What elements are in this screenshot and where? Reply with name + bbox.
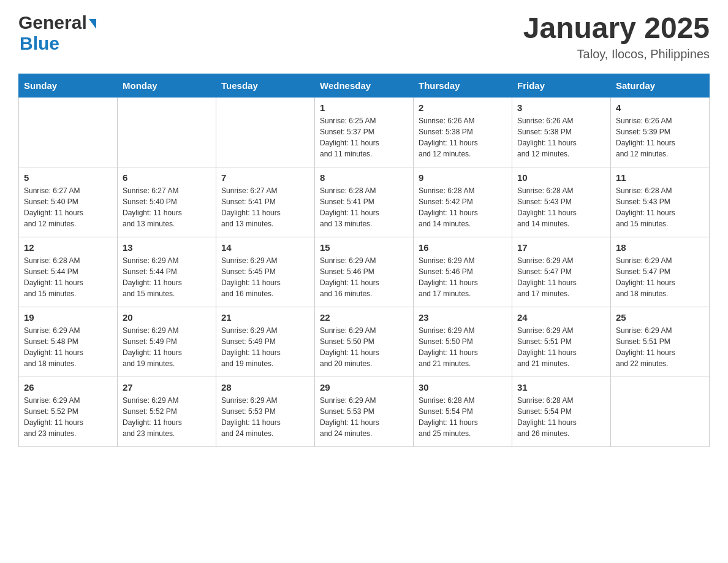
table-row (118, 97, 216, 167)
table-row: 12Sunrise: 6:28 AM Sunset: 5:44 PM Dayli… (19, 237, 118, 307)
table-row: 25Sunrise: 6:29 AM Sunset: 5:51 PM Dayli… (611, 307, 710, 377)
location-text: Taloy, Ilocos, Philippines (523, 47, 710, 61)
table-row: 21Sunrise: 6:29 AM Sunset: 5:49 PM Dayli… (216, 307, 315, 377)
table-row: 19Sunrise: 6:29 AM Sunset: 5:48 PM Dayli… (19, 307, 118, 377)
calendar-week-row: 26Sunrise: 6:29 AM Sunset: 5:52 PM Dayli… (19, 377, 710, 446)
calendar-week-row: 5Sunrise: 6:27 AM Sunset: 5:40 PM Daylig… (19, 167, 710, 237)
day-info: Sunrise: 6:29 AM Sunset: 5:46 PM Dayligh… (320, 255, 408, 299)
calendar-week-row: 1Sunrise: 6:25 AM Sunset: 5:37 PM Daylig… (19, 97, 710, 167)
table-row: 23Sunrise: 6:29 AM Sunset: 5:50 PM Dayli… (414, 307, 512, 377)
table-row: 7Sunrise: 6:27 AM Sunset: 5:41 PM Daylig… (216, 167, 315, 237)
day-info: Sunrise: 6:29 AM Sunset: 5:45 PM Dayligh… (221, 255, 309, 299)
day-info: Sunrise: 6:29 AM Sunset: 5:49 PM Dayligh… (123, 325, 211, 369)
day-number: 6 (123, 172, 211, 183)
table-row: 4Sunrise: 6:26 AM Sunset: 5:39 PM Daylig… (611, 97, 710, 167)
day-number: 27 (123, 382, 211, 393)
col-saturday: Saturday (611, 74, 710, 97)
day-info: Sunrise: 6:27 AM Sunset: 5:40 PM Dayligh… (123, 185, 211, 229)
col-wednesday: Wednesday (315, 74, 414, 97)
day-number: 22 (320, 312, 408, 323)
table-row: 26Sunrise: 6:29 AM Sunset: 5:52 PM Dayli… (19, 377, 118, 446)
day-info: Sunrise: 6:29 AM Sunset: 5:51 PM Dayligh… (616, 325, 704, 369)
day-number: 17 (517, 242, 605, 253)
day-info: Sunrise: 6:29 AM Sunset: 5:44 PM Dayligh… (123, 255, 211, 299)
calendar-header-row: Sunday Monday Tuesday Wednesday Thursday… (19, 74, 710, 97)
day-number: 19 (24, 312, 112, 323)
calendar-week-row: 12Sunrise: 6:28 AM Sunset: 5:44 PM Dayli… (19, 237, 710, 307)
day-number: 3 (517, 102, 605, 113)
day-number: 29 (320, 382, 408, 393)
table-row: 22Sunrise: 6:29 AM Sunset: 5:50 PM Dayli… (315, 307, 414, 377)
calendar-table: Sunday Monday Tuesday Wednesday Thursday… (18, 74, 710, 447)
table-row: 13Sunrise: 6:29 AM Sunset: 5:44 PM Dayli… (118, 237, 216, 307)
day-info: Sunrise: 6:29 AM Sunset: 5:50 PM Dayligh… (419, 325, 507, 369)
day-info: Sunrise: 6:28 AM Sunset: 5:44 PM Dayligh… (24, 255, 112, 299)
table-row: 17Sunrise: 6:29 AM Sunset: 5:47 PM Dayli… (512, 237, 611, 307)
table-row: 24Sunrise: 6:29 AM Sunset: 5:51 PM Dayli… (512, 307, 611, 377)
day-number: 2 (419, 102, 507, 113)
day-number: 14 (221, 242, 309, 253)
day-info: Sunrise: 6:29 AM Sunset: 5:49 PM Dayligh… (221, 325, 309, 369)
table-row: 10Sunrise: 6:28 AM Sunset: 5:43 PM Dayli… (512, 167, 611, 237)
day-number: 1 (320, 102, 408, 113)
day-info: Sunrise: 6:29 AM Sunset: 5:51 PM Dayligh… (517, 325, 605, 369)
day-info: Sunrise: 6:28 AM Sunset: 5:54 PM Dayligh… (419, 395, 507, 439)
day-info: Sunrise: 6:29 AM Sunset: 5:53 PM Dayligh… (320, 395, 408, 439)
table-row: 30Sunrise: 6:28 AM Sunset: 5:54 PM Dayli… (414, 377, 512, 446)
month-title: January 2025 (523, 12, 710, 45)
day-number: 13 (123, 242, 211, 253)
day-info: Sunrise: 6:28 AM Sunset: 5:43 PM Dayligh… (616, 185, 704, 229)
day-info: Sunrise: 6:29 AM Sunset: 5:47 PM Dayligh… (517, 255, 605, 299)
day-info: Sunrise: 6:29 AM Sunset: 5:53 PM Dayligh… (221, 395, 309, 439)
calendar-week-row: 19Sunrise: 6:29 AM Sunset: 5:48 PM Dayli… (19, 307, 710, 377)
col-tuesday: Tuesday (216, 74, 315, 97)
day-info: Sunrise: 6:29 AM Sunset: 5:50 PM Dayligh… (320, 325, 408, 369)
table-row: 2Sunrise: 6:26 AM Sunset: 5:38 PM Daylig… (414, 97, 512, 167)
table-row: 14Sunrise: 6:29 AM Sunset: 5:45 PM Dayli… (216, 237, 315, 307)
table-row: 18Sunrise: 6:29 AM Sunset: 5:47 PM Dayli… (611, 237, 710, 307)
day-number: 28 (221, 382, 309, 393)
day-number: 16 (419, 242, 507, 253)
table-row (216, 97, 315, 167)
day-info: Sunrise: 6:26 AM Sunset: 5:38 PM Dayligh… (419, 115, 507, 159)
logo: General Blue (18, 12, 96, 54)
col-thursday: Thursday (414, 74, 512, 97)
col-monday: Monday (118, 74, 216, 97)
table-row: 5Sunrise: 6:27 AM Sunset: 5:40 PM Daylig… (19, 167, 118, 237)
table-row: 28Sunrise: 6:29 AM Sunset: 5:53 PM Dayli… (216, 377, 315, 446)
day-info: Sunrise: 6:27 AM Sunset: 5:40 PM Dayligh… (24, 185, 112, 229)
day-number: 4 (616, 102, 704, 113)
day-number: 30 (419, 382, 507, 393)
day-number: 12 (24, 242, 112, 253)
table-row: 16Sunrise: 6:29 AM Sunset: 5:46 PM Dayli… (414, 237, 512, 307)
logo-general-text: General (18, 12, 87, 33)
day-number: 31 (517, 382, 605, 393)
day-info: Sunrise: 6:28 AM Sunset: 5:41 PM Dayligh… (320, 185, 408, 229)
table-row: 27Sunrise: 6:29 AM Sunset: 5:52 PM Dayli… (118, 377, 216, 446)
day-number: 24 (517, 312, 605, 323)
day-number: 20 (123, 312, 211, 323)
day-number: 23 (419, 312, 507, 323)
day-number: 25 (616, 312, 704, 323)
table-row: 6Sunrise: 6:27 AM Sunset: 5:40 PM Daylig… (118, 167, 216, 237)
day-number: 10 (517, 172, 605, 183)
page-header: General Blue January 2025 Taloy, Ilocos,… (18, 12, 710, 61)
day-number: 26 (24, 382, 112, 393)
day-info: Sunrise: 6:27 AM Sunset: 5:41 PM Dayligh… (221, 185, 309, 229)
day-info: Sunrise: 6:29 AM Sunset: 5:52 PM Dayligh… (123, 395, 211, 439)
table-row: 15Sunrise: 6:29 AM Sunset: 5:46 PM Dayli… (315, 237, 414, 307)
day-number: 5 (24, 172, 112, 183)
title-section: January 2025 Taloy, Ilocos, Philippines (523, 12, 710, 61)
table-row: 11Sunrise: 6:28 AM Sunset: 5:43 PM Dayli… (611, 167, 710, 237)
table-row (611, 377, 710, 446)
table-row: 8Sunrise: 6:28 AM Sunset: 5:41 PM Daylig… (315, 167, 414, 237)
day-number: 18 (616, 242, 704, 253)
table-row: 3Sunrise: 6:26 AM Sunset: 5:38 PM Daylig… (512, 97, 611, 167)
day-number: 21 (221, 312, 309, 323)
table-row: 31Sunrise: 6:28 AM Sunset: 5:54 PM Dayli… (512, 377, 611, 446)
table-row: 20Sunrise: 6:29 AM Sunset: 5:49 PM Dayli… (118, 307, 216, 377)
col-sunday: Sunday (19, 74, 118, 97)
day-info: Sunrise: 6:28 AM Sunset: 5:54 PM Dayligh… (517, 395, 605, 439)
logo-arrow-icon (89, 19, 96, 29)
col-friday: Friday (512, 74, 611, 97)
